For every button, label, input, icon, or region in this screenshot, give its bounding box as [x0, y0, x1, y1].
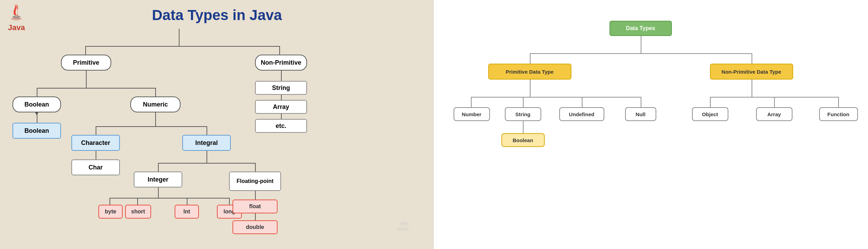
line-to-nonprimitive-v	[279, 46, 280, 55]
node-undefined: Undefined	[559, 107, 604, 121]
line-char-down	[96, 151, 96, 159]
node-primitive: Primitive	[61, 55, 111, 71]
node-double: double	[233, 220, 278, 234]
node-datatypes-right: Data Types	[610, 21, 672, 36]
line-pdt-down	[530, 80, 531, 97]
right-panel: Data Types Primitive Data Type Non-Primi…	[434, 0, 868, 249]
node-non-primitive: Non-Primitive	[255, 55, 307, 71]
line-integral-down	[207, 151, 207, 163]
node-floatingpoint: Floating-point	[229, 172, 281, 191]
line-to-undefined	[582, 97, 582, 107]
node-number: Number	[454, 107, 490, 121]
tree-left: Primitive Non-Primitive String Array etc…	[12, 29, 421, 246]
node-integral: Integral	[182, 135, 231, 151]
line-to-long	[229, 198, 230, 205]
node-byte: byte	[98, 205, 123, 219]
line-to-integer	[158, 163, 159, 172]
line-prim-h	[37, 88, 155, 89]
node-string: String	[255, 81, 307, 95]
line-to-fp	[255, 163, 256, 172]
line-to-primitive-v	[85, 46, 86, 55]
watermark: ○nExtutori..	[397, 215, 411, 232]
line-to-double	[255, 213, 256, 220]
line-char-int-h	[96, 126, 207, 127]
left-title: Data Types in Java	[152, 7, 282, 24]
node-function: Function	[819, 107, 858, 121]
tree-right: Data Types Primitive Data Type Non-Primi…	[443, 10, 859, 246]
line-pdt-children-h	[471, 97, 641, 98]
line-bool-arrow	[37, 112, 37, 123]
line-to-array	[281, 95, 282, 100]
java-logo-icon	[7, 3, 26, 22]
node-int: Int	[175, 205, 199, 219]
java-logo: Java	[7, 3, 26, 32]
node-primitive-dt: Primitive Data Type	[488, 64, 571, 80]
node-array-right: Array	[756, 107, 792, 121]
line-to-int	[187, 198, 187, 205]
node-null: Null	[625, 107, 656, 121]
line-to-function	[838, 97, 839, 107]
line-to-npdt	[752, 53, 752, 64]
line-numeric-down	[155, 112, 156, 126]
node-array: Array	[255, 100, 307, 114]
line-to-byte	[109, 198, 110, 205]
line-to-numeric	[155, 88, 156, 96]
node-integer: Integer	[134, 172, 182, 187]
left-panel: Java Data Types in Java Primitive Non-Pr…	[0, 0, 434, 249]
node-boolean-right: Boolean	[501, 133, 545, 147]
line-integer-down	[158, 187, 159, 198]
line-to-object	[710, 97, 711, 107]
line-dt-down	[641, 36, 641, 53]
line-int-fp-h	[158, 163, 255, 164]
line-fp-down	[255, 191, 256, 200]
line-types-h	[109, 198, 229, 199]
node-short: short	[125, 205, 151, 219]
line-to-pdt	[530, 53, 531, 64]
node-char: Char	[71, 159, 120, 175]
node-string-right: String	[505, 107, 541, 121]
line-root-v	[179, 29, 179, 46]
node-boolean-val: Boolean	[12, 123, 61, 139]
line-to-null	[641, 97, 641, 107]
node-object: Object	[692, 107, 728, 121]
line-to-boolean-right	[523, 121, 524, 133]
line-to-integral	[207, 126, 207, 135]
node-etc: etc.	[255, 119, 307, 133]
line-prim-nonprim-h-right	[530, 53, 752, 54]
line-to-short	[137, 198, 138, 205]
line-prim-down	[86, 71, 87, 88]
line-nonprim-v	[281, 71, 282, 81]
line-to-char	[96, 126, 96, 135]
line-to-array-right	[774, 97, 775, 107]
node-boolean-cat: Boolean	[12, 96, 61, 112]
node-float: float	[233, 200, 278, 213]
line-to-string-r	[523, 97, 524, 107]
node-nonprimitive-dt: Non-Primitive Data Type	[710, 64, 793, 80]
line-npdt-down	[752, 80, 752, 97]
line-to-bool-cat	[37, 88, 37, 96]
node-character: Character	[71, 135, 120, 151]
line-to-number	[471, 97, 472, 107]
line-root-h	[85, 46, 279, 47]
node-numeric: Numeric	[130, 96, 181, 112]
line-to-etc	[281, 114, 282, 119]
